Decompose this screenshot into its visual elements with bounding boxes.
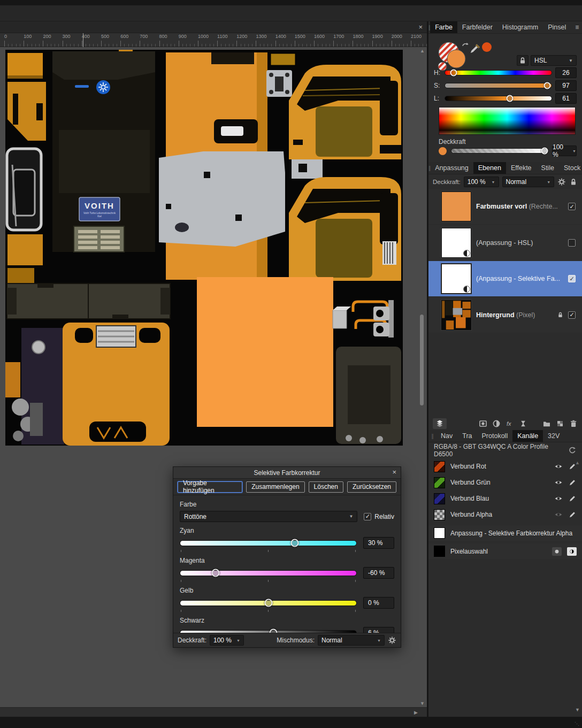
cyan-slider[interactable] bbox=[180, 540, 357, 546]
color-mixer-field[interactable] bbox=[439, 107, 576, 135]
eye-icon[interactable] bbox=[554, 494, 563, 503]
reset-icon[interactable] bbox=[568, 446, 577, 455]
color-range-select[interactable]: Rottöne ▼ bbox=[180, 511, 357, 522]
trash-icon[interactable] bbox=[569, 419, 578, 428]
selective-color-dialog[interactable]: Selektive Farbkorrektur × Vorgabe hinzuf… bbox=[173, 466, 401, 648]
opacity-value[interactable]: 100 %▼ bbox=[552, 145, 577, 156]
document-canvas[interactable]: VOITH Voith Turbo Lokomotivtechnik Kiel bbox=[5, 50, 403, 446]
panel-menu-icon[interactable]: ≡ bbox=[571, 21, 582, 33]
add-preset-button[interactable]: Vorgabe hinzufügen bbox=[178, 481, 242, 493]
layer-row-hintergrund[interactable]: Hintergrund (Pixel) ✓ bbox=[428, 297, 582, 333]
tab-stock[interactable]: Stock bbox=[559, 162, 582, 174]
pencil-icon[interactable] bbox=[568, 478, 577, 487]
cyan-value[interactable]: 30 % bbox=[363, 537, 394, 549]
pencil-icon[interactable] bbox=[568, 494, 577, 503]
scroll-down-icon[interactable]: ▼ bbox=[420, 701, 425, 706]
magenta-handle[interactable] bbox=[211, 569, 219, 577]
opacity-slider[interactable] bbox=[451, 148, 548, 154]
cyan-handle[interactable] bbox=[290, 539, 298, 547]
color-model-select[interactable]: HSL ▼ bbox=[531, 55, 577, 66]
vertical-scrollbar[interactable]: ▲ ▼ bbox=[418, 47, 426, 707]
saturation-handle[interactable] bbox=[544, 82, 551, 89]
scroll-up-icon[interactable]: ▲ bbox=[420, 48, 425, 53]
dialog-opacity-select[interactable]: 100 %▼ bbox=[210, 635, 244, 646]
eye-icon[interactable] bbox=[554, 462, 563, 471]
dialog-blend-select[interactable]: Normal▼ bbox=[318, 635, 385, 646]
selection-half-icon[interactable] bbox=[567, 547, 577, 556]
selection-circle-icon[interactable] bbox=[552, 547, 562, 556]
dialog-close-icon[interactable]: × bbox=[392, 468, 396, 476]
channel-row-pixelauswahl[interactable]: Pixelauswahl bbox=[428, 543, 582, 559]
yellow-slider[interactable] bbox=[180, 600, 357, 606]
layer-visibility-checkbox[interactable]: ✓ bbox=[568, 311, 576, 319]
channel-row-blau[interactable]: Verbund Blau bbox=[428, 491, 582, 507]
tab-farbfelder[interactable]: Farbfelder bbox=[457, 21, 497, 33]
layers-stack-button[interactable] bbox=[433, 418, 447, 429]
layer-row-selektive-farbkorrektur[interactable]: (Anpassung - Selektive Fa... ✓ bbox=[428, 261, 582, 296]
layers-opacity-select[interactable]: 100 %▼ bbox=[464, 177, 499, 187]
layer-visibility-checkbox[interactable]: ✓ bbox=[568, 275, 576, 282]
mask-icon[interactable] bbox=[479, 419, 487, 428]
gear-icon[interactable] bbox=[557, 178, 566, 186]
color-lock-button[interactable] bbox=[517, 55, 529, 66]
opacity-handle[interactable] bbox=[541, 148, 548, 155]
magenta-value[interactable]: -60 % bbox=[363, 567, 394, 579]
layer-visibility-checkbox[interactable]: ✓ bbox=[568, 239, 576, 247]
hue-value[interactable]: 26 bbox=[555, 67, 577, 78]
lock-icon[interactable] bbox=[569, 178, 578, 186]
channel-row-alpha[interactable]: Verbund Alpha bbox=[428, 507, 582, 523]
luminance-value[interactable]: 61 bbox=[555, 93, 577, 104]
channel-row-rot[interactable]: Verbund Rot bbox=[428, 458, 582, 474]
saturation-slider[interactable] bbox=[445, 83, 552, 88]
tab-effekte[interactable]: Effekte bbox=[506, 162, 537, 174]
live-filter-icon[interactable] bbox=[519, 419, 527, 428]
tab-tra[interactable]: Tra bbox=[457, 430, 477, 442]
gear-icon[interactable] bbox=[388, 636, 396, 645]
reset-button[interactable]: Zurücksetzen bbox=[347, 481, 396, 493]
blend-mode-select[interactable]: Normal▼ bbox=[502, 177, 555, 187]
merge-button[interactable]: Zusammenlegen bbox=[246, 481, 304, 493]
luminance-handle[interactable] bbox=[507, 95, 514, 102]
resize-grip[interactable]: ⋱ bbox=[575, 721, 580, 726]
layer-row-hsl[interactable]: (Anpassung - HSL) ✓ bbox=[428, 225, 582, 260]
scroll-right-icon[interactable]: ▶ bbox=[414, 710, 418, 715]
tab-kanaele[interactable]: Kanäle bbox=[512, 430, 543, 442]
fx-icon[interactable]: fx bbox=[506, 419, 514, 428]
panel-scroll-down-icon[interactable]: ▼ bbox=[575, 707, 580, 712]
layer-row-farbmuster[interactable]: Farbmuster vorl (Rechte... ✓ bbox=[428, 189, 582, 224]
document-close-icon[interactable]: × bbox=[418, 23, 423, 31]
channel-row-adjustment-alpha[interactable]: Anpassung - Selektive Farbkorrektur Alph… bbox=[428, 525, 582, 541]
channel-row-gruen[interactable]: Verbund Grün bbox=[428, 474, 582, 491]
vertical-scroll-thumb[interactable] bbox=[420, 315, 424, 405]
eye-icon[interactable] bbox=[554, 510, 563, 519]
channels-scroll-up-icon[interactable]: ▲ bbox=[575, 460, 580, 465]
panel-grip[interactable]: || bbox=[428, 430, 436, 442]
saturation-value[interactable]: 97 bbox=[555, 80, 577, 91]
layer-thumbnail[interactable] bbox=[441, 191, 471, 221]
relative-checkbox[interactable]: ✓ bbox=[364, 513, 371, 520]
layer-visibility-checkbox[interactable]: ✓ bbox=[568, 203, 576, 210]
tab-protokoll[interactable]: Protokoll bbox=[477, 430, 513, 442]
tab-32v[interactable]: 32V bbox=[543, 430, 564, 442]
layer-thumbnail[interactable] bbox=[441, 228, 471, 258]
layer-thumbnail[interactable] bbox=[441, 264, 471, 294]
tab-ebenen[interactable]: Ebenen bbox=[473, 162, 506, 174]
adjustment-icon[interactable] bbox=[492, 419, 501, 428]
luminance-slider[interactable] bbox=[445, 96, 552, 101]
group-folder-icon[interactable] bbox=[542, 419, 551, 428]
layer-thumbnail[interactable] bbox=[441, 300, 471, 330]
tab-pinsel[interactable]: Pinsel bbox=[543, 21, 571, 33]
tab-nav[interactable]: Nav bbox=[436, 430, 457, 442]
pencil-icon[interactable] bbox=[568, 510, 577, 519]
tab-stile[interactable]: Stile bbox=[537, 162, 559, 174]
horizontal-scrollbar[interactable]: ▶ bbox=[0, 707, 427, 717]
yellow-value[interactable]: 0 % bbox=[363, 597, 394, 609]
tab-histogramm[interactable]: Histogramm bbox=[497, 21, 543, 33]
hue-handle[interactable] bbox=[450, 70, 457, 76]
yellow-handle[interactable] bbox=[264, 599, 272, 607]
checkerboard-icon[interactable] bbox=[556, 419, 564, 428]
tab-anpassung[interactable]: Anpassung bbox=[430, 162, 473, 174]
hue-slider[interactable] bbox=[445, 70, 552, 75]
magenta-slider[interactable] bbox=[180, 570, 357, 576]
tab-farbe[interactable]: Farbe bbox=[430, 21, 457, 33]
